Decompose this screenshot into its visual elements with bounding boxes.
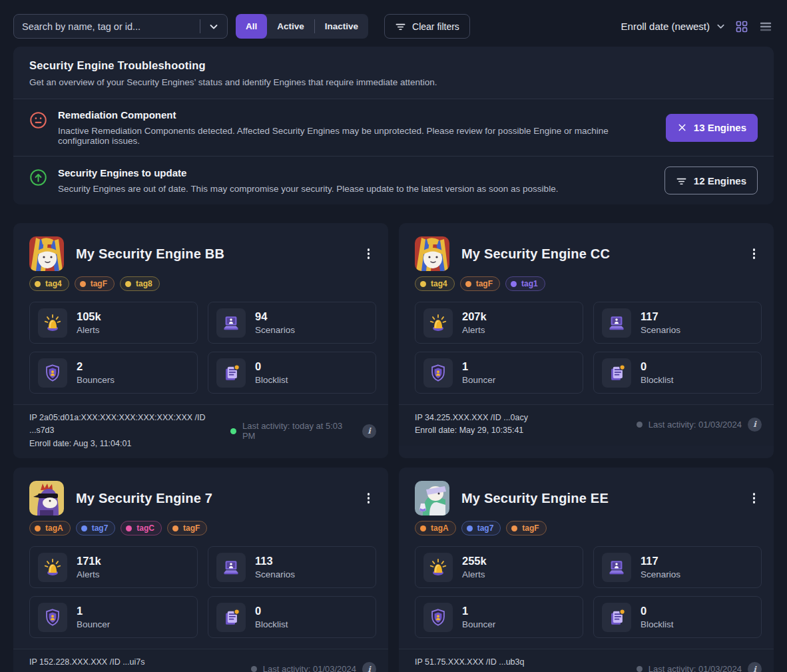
activity-status-dot [230, 428, 236, 434]
blocklist-icon [216, 358, 246, 388]
filter-icon [676, 175, 687, 186]
stat-blocklist: 0Blocklist [208, 596, 376, 638]
tag-pill[interactable]: tag4 [415, 276, 455, 291]
engine-menu-button[interactable] [361, 243, 377, 265]
info-icon[interactable]: i [362, 424, 376, 438]
stat-value: 1 [77, 605, 110, 617]
info-icon[interactable]: i [748, 418, 762, 432]
tag-pill[interactable]: tagF [75, 276, 115, 291]
tag-pill[interactable]: tagF [506, 521, 546, 535]
tag-label: tagF [183, 523, 200, 533]
stat-scenarios: 117Scenarios [593, 302, 762, 344]
last-activity: Last activity: 01/03/2024 [649, 420, 742, 430]
stat-label: Bouncer [462, 375, 495, 385]
stat-alerts: 207kAlerts [415, 302, 583, 344]
stat-bouncers: 2Bouncers [29, 352, 198, 394]
sort-label: Enroll date (newest) [621, 21, 710, 32]
stat-label: Scenarios [641, 325, 680, 335]
stat-label: Alerts [462, 569, 487, 579]
kebab-icon [368, 248, 370, 259]
tag-pill[interactable]: tagA [415, 521, 456, 535]
search-input[interactable] [14, 21, 200, 32]
tag-label: tag7 [477, 523, 494, 533]
engine-ip: IP 2a05:d01a:XXX:XXX:XXX:XXX:XXX:XXX /ID… [29, 412, 230, 438]
alert-title: Remediation Component [58, 109, 655, 121]
activity-status-dot [251, 666, 257, 672]
stat-label: Blocklist [255, 619, 288, 629]
stat-alerts: 171kAlerts [29, 546, 198, 588]
chevron-down-icon [716, 21, 726, 31]
stat-label: Scenarios [255, 325, 295, 335]
tag-label: tag1 [521, 279, 538, 288]
engine-card-ee: My Security Engine EE tagA tag7 tagF 255… [399, 468, 774, 672]
tag-pill[interactable]: tagF [167, 521, 207, 535]
stat-grid: 171kAlerts 113Scenarios 1Bouncer 0Blockl… [13, 535, 388, 638]
shield-icon [423, 603, 453, 632]
info-icon[interactable]: i [748, 662, 762, 672]
tag-pill[interactable]: tag7 [76, 521, 116, 535]
info-icon[interactable]: i [362, 662, 376, 672]
laptop-icon [216, 308, 246, 338]
tag-pill[interactable]: tagA [29, 521, 71, 535]
tag-pill[interactable]: tag8 [120, 276, 160, 291]
engine-menu-button[interactable] [746, 488, 762, 509]
stat-label: Bouncers [77, 375, 115, 385]
card-footer: IP 2a05:d01a:XXX:XXX:XXX:XXX:XXX:XXX /ID… [13, 404, 388, 458]
stat-bouncers: 1Bouncer [415, 596, 583, 638]
engine-avatar [29, 481, 64, 515]
tab-inactive[interactable]: Inactive [315, 14, 368, 39]
tag-pill[interactable]: tagC [121, 521, 162, 535]
card-footer: IP 51.75.XXX.XXX /ID ...ub3q Enroll date… [399, 649, 774, 672]
tag-pill[interactable]: tag4 [29, 276, 69, 291]
stat-scenarios: 94Scenarios [208, 302, 376, 344]
engine-menu-button[interactable] [361, 488, 377, 509]
search-options-button[interactable] [200, 15, 227, 38]
stat-scenarios: 117Scenarios [593, 546, 762, 588]
update-engines-button[interactable]: 12 Engines [664, 167, 758, 194]
engine-name: My Security Engine CC [461, 246, 610, 262]
clear-filters-button[interactable]: Clear filters [384, 14, 470, 39]
arrow-up-circle-icon [29, 168, 47, 186]
filter-icon [395, 21, 406, 32]
tag-list: tag4 tagF tag8 [13, 271, 388, 291]
stat-bouncers: 1Bouncer [29, 596, 198, 638]
stat-bouncers: 1Bouncer [415, 352, 583, 394]
tag-dot-icon [172, 525, 178, 531]
tag-pill[interactable]: tag1 [505, 276, 545, 291]
troubleshooting-title: Security Engine Troubleshooting [29, 59, 437, 72]
tag-dot-icon [511, 525, 517, 531]
remediation-engines-button[interactable]: 13 Engines [666, 114, 758, 142]
engine-ip: IP 51.75.XXX.XXX /ID ...ub3q [415, 656, 524, 669]
last-activity: Last activity: 01/03/2024 [649, 664, 742, 672]
engine-enroll-date: Enroll date: Aug 3, 11:04:01 [29, 438, 230, 450]
siren-icon [38, 553, 67, 582]
tag-dot-icon [420, 525, 426, 531]
stat-value: 2 [77, 360, 115, 373]
engine-avatar [415, 236, 449, 271]
blocklist-icon [602, 603, 631, 632]
engine-ip: IP 152.228.XXX.XXX /ID ...ui7s [29, 656, 144, 669]
engine-menu-button[interactable] [746, 243, 762, 265]
stat-blocklist: 0Blocklist [208, 352, 376, 394]
tag-label: tagF [522, 523, 539, 533]
x-icon [677, 123, 687, 133]
stat-value: 207k [462, 310, 487, 323]
blocklist-icon [602, 358, 631, 388]
engine-cards-grid: My Security Engine BB tag4 tagF tag8 105… [13, 223, 774, 672]
stat-value: 0 [255, 605, 288, 617]
shield-icon [38, 358, 67, 388]
stat-label: Blocklist [641, 619, 674, 629]
stat-blocklist: 0Blocklist [593, 352, 762, 394]
tab-all[interactable]: All [236, 14, 267, 39]
stat-grid: 255kAlerts 117Scenarios 1Bouncer 0Blockl… [399, 535, 774, 638]
grid-view-button[interactable] [734, 19, 750, 35]
tab-active[interactable]: Active [267, 14, 314, 39]
tag-pill[interactable]: tag7 [461, 521, 501, 535]
tag-pill[interactable]: tagF [460, 276, 500, 291]
alert-title: Security Engines to update [58, 167, 654, 178]
list-view-button[interactable] [758, 19, 774, 35]
tag-dot-icon [125, 281, 131, 287]
sort-dropdown[interactable]: Enroll date (newest) [621, 21, 726, 32]
collapse-panel-button[interactable] [755, 63, 758, 74]
stat-value: 94 [255, 310, 295, 323]
